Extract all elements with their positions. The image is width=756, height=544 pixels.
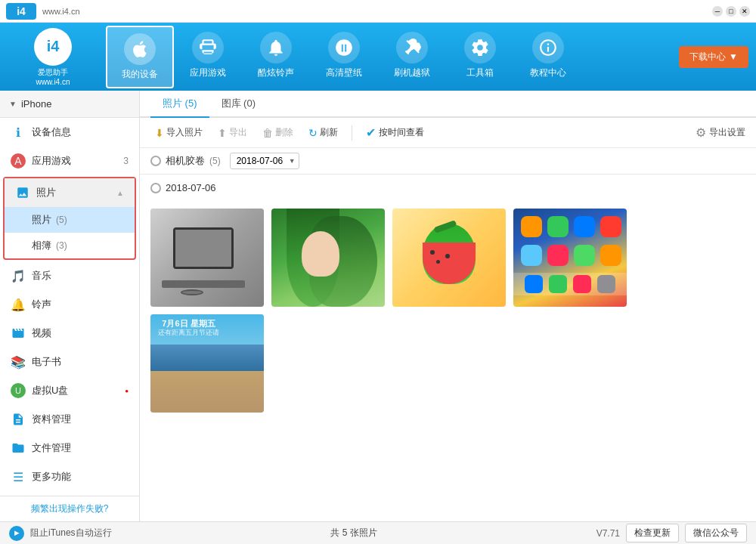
export-button[interactable]: ⬆ 导出 (213, 124, 252, 141)
sidebar-item-device-info[interactable]: ℹ 设备信息 (0, 118, 139, 147)
brand-site: www.i4.cn (36, 78, 70, 86)
photo-item-5[interactable]: 7月6日 星期五 还有距离五月节还请 (150, 314, 264, 413)
export-icon: ⬆ (218, 127, 227, 139)
app-icon-2 (547, 216, 569, 237)
logo-text: i4 (17, 5, 26, 17)
sidebar-footer: 频繁出现操作失败? (0, 496, 139, 521)
app-icon-3 (574, 216, 595, 237)
app-icon-8 (600, 245, 621, 266)
app-icon-7 (574, 245, 595, 266)
download-center-button[interactable]: 下载中心 ▼ (679, 46, 748, 68)
refresh-button[interactable]: ↻ 刷新 (304, 124, 342, 141)
time-view-checkbox[interactable]: ✔ 按时间查看 (366, 125, 424, 140)
nav-icon-apps (192, 32, 224, 63)
device-info-icon: ℹ (11, 125, 26, 140)
date-group: 2018-07-06 (140, 175, 756, 201)
camera-roll-radio[interactable]: 相机胶卷 (5) (150, 154, 221, 168)
nav-item-tutorials[interactable]: 教程中心 (514, 26, 582, 88)
sidebar-sub-count-album: (3) (56, 240, 67, 251)
nav-bar: 我的设备 应用游戏 酷炫铃声 高清壁纸 (106, 26, 679, 88)
sidebar-item-ebook[interactable]: 📚 电子书 (0, 348, 139, 376)
sidebar-item-more[interactable]: ☰ 更多功能 (0, 462, 139, 491)
import-icon: ⬇ (155, 127, 164, 139)
sidebar-sub-item-album[interactable]: 相簿 (3) (5, 233, 135, 258)
content-tabs: 照片 (5) 图库 (0) (140, 91, 756, 118)
sidebar-sub-label-album: 相簿 (32, 239, 51, 252)
nav-icon-tools (464, 32, 496, 63)
nav-item-jailbreak[interactable]: 刷机越狱 (378, 26, 446, 88)
import-button[interactable]: ⬇ 导入照片 (150, 124, 207, 141)
sidebar-label-data-mgmt: 资料管理 (32, 413, 129, 426)
checkbox-checked-icon: ✔ (366, 125, 376, 140)
photo-item-3[interactable] (392, 209, 506, 307)
sidebar-item-apps[interactable]: A 应用游戏 3 (0, 147, 139, 175)
sidebar-item-udisk[interactable]: U 虚拟U盘 ● (0, 376, 139, 405)
version-label: V7.71 (596, 528, 620, 539)
coffee-cup (181, 289, 203, 295)
delete-icon: 🗑 (262, 127, 273, 139)
nav-item-apps[interactable]: 应用游戏 (174, 26, 242, 88)
nav-item-my-device[interactable]: 我的设备 (106, 26, 174, 88)
file-mgmt-icon (11, 440, 26, 456)
more-icon: ☰ (11, 469, 26, 484)
sidebar-label-video: 视频 (32, 326, 129, 340)
sidebar-item-ringtone[interactable]: 🔔 铃声 (0, 290, 139, 319)
nav-label-apps: 应用游戏 (190, 66, 226, 79)
download-center-label: 下载中心 (689, 51, 726, 63)
content-area: 照片 (5) 图库 (0) ⬇ 导入照片 ⬆ 导出 🗑 删除 ↻ 刷新 (140, 91, 756, 521)
nav-item-wallpapers[interactable]: 高清壁纸 (310, 26, 378, 88)
photos-icon (15, 185, 30, 200)
sidebar-item-data-mgmt[interactable]: 资料管理 (0, 405, 139, 434)
sidebar-item-photos[interactable]: 照片 ▲ (5, 178, 135, 207)
sidebar-label-photos: 照片 (36, 186, 110, 199)
date-filter-select[interactable]: 2018-07-06 (230, 153, 299, 169)
sidebar-item-file-mgmt[interactable]: 文件管理 (0, 434, 139, 462)
maximize-button[interactable]: □ (726, 6, 736, 17)
status-bar-left: ▶ 阻止iTunes自动运行 (9, 526, 112, 541)
sidebar-label-music: 音乐 (32, 269, 129, 283)
check-update-button[interactable]: 检查更新 (626, 524, 679, 542)
photo-item-2[interactable] (271, 209, 385, 307)
filter-bar: 相机胶卷 (5) 2018-07-06 (140, 148, 756, 175)
photo-item-4[interactable] (513, 209, 627, 307)
title-bar: i4 www.i4.cn ─ □ ✕ (0, 0, 756, 23)
sidebar-label-ringtone: 铃声 (32, 298, 129, 311)
tab-photos[interactable]: 照片 (5) (150, 91, 209, 118)
photo-item-1[interactable] (150, 209, 264, 307)
seed-2 (445, 254, 450, 258)
sidebar-items: ℹ 设备信息 A 应用游戏 3 照片 ▲ (0, 118, 139, 496)
laptop-display (175, 230, 231, 267)
camera-roll-count: (5) (209, 156, 221, 166)
wechat-button[interactable]: 微信公众号 (685, 524, 747, 542)
nav-item-tools[interactable]: 工具箱 (446, 26, 514, 88)
sidebar-item-music[interactable]: 🎵 音乐 (0, 261, 139, 290)
nav-label-ringtones: 酷炫铃声 (258, 66, 294, 79)
tab-gallery[interactable]: 图库 (0) (209, 91, 268, 118)
ocean (150, 345, 264, 371)
sidebar-item-video[interactable]: 视频 (0, 319, 139, 348)
nav-icon-my-device (124, 33, 156, 65)
nav-label-wallpapers: 高清壁纸 (326, 66, 362, 79)
delete-button[interactable]: 🗑 删除 (258, 124, 298, 141)
sidebar-device-header[interactable]: ▼ iPhone (0, 91, 139, 118)
export-settings-button[interactable]: 导出设置 (709, 126, 745, 139)
status-bar-center: 共 5 张照片 (119, 527, 589, 539)
sidebar-sub-item-photos[interactable]: 照片 (5) (5, 207, 135, 233)
ringtone-icon: 🔔 (11, 297, 26, 312)
dock-icon-1 (525, 275, 543, 293)
sidebar-photos-group: 照片 ▲ 照片 (5) 相簿 (3) (3, 177, 136, 260)
troubleshoot-button[interactable]: 频繁出现操作失败? (9, 502, 130, 515)
refresh-icon: ↻ (308, 127, 318, 139)
sidebar-sub-label-photos: 照片 (32, 213, 51, 227)
music-icon: 🎵 (11, 268, 26, 283)
udisk-icon: U (11, 383, 26, 398)
date-group-header[interactable]: 2018-07-06 (150, 179, 745, 196)
minimize-button[interactable]: ─ (712, 6, 723, 17)
close-button[interactable]: ✕ (739, 6, 750, 17)
nav-label-tools: 工具箱 (466, 66, 494, 79)
sidebar-label-file-mgmt: 文件管理 (32, 441, 129, 455)
itunes-icon: ▶ (9, 526, 24, 541)
nav-item-ringtones[interactable]: 酷炫铃声 (242, 26, 310, 88)
toolbar-right: ⚙ 导出设置 (696, 125, 745, 140)
nav-label-my-device: 我的设备 (122, 68, 158, 81)
